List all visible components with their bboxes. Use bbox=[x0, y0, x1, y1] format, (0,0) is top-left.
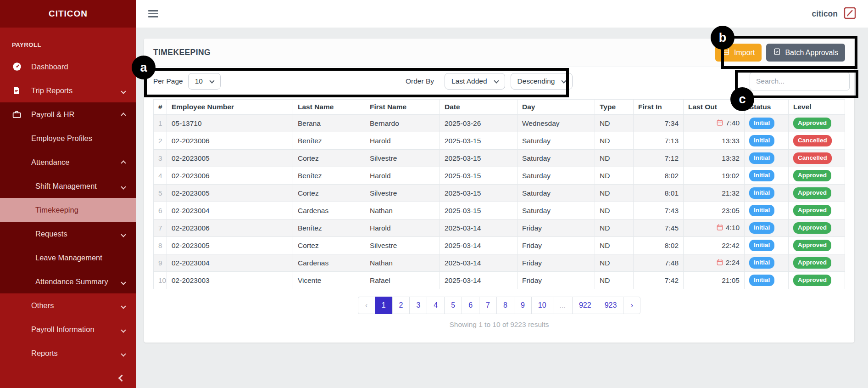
cell-last-name: Benítez bbox=[293, 219, 365, 237]
search-input[interactable] bbox=[750, 72, 850, 90]
sidebar-item-dashboard[interactable]: Dashboard bbox=[0, 55, 136, 79]
cell-date: 2025-03-26 bbox=[440, 115, 517, 132]
pagination-page-7[interactable]: 7 bbox=[479, 297, 497, 314]
pagination-page-8[interactable]: 8 bbox=[496, 297, 514, 314]
main-area: citicon TIMEKEEPING Import Batch Approv bbox=[136, 0, 868, 388]
sidebar-item-payroll-information[interactable]: Payroll Information bbox=[0, 317, 136, 341]
chevron-down-icon bbox=[122, 230, 125, 238]
cell-first-name: Bernardo bbox=[365, 115, 440, 132]
chevron-down-icon bbox=[122, 277, 125, 286]
order-field-select[interactable]: Last Added bbox=[445, 73, 505, 90]
cell-status: Initial bbox=[745, 219, 789, 237]
sidebar-item-others[interactable]: Others bbox=[0, 293, 136, 317]
cell-status: Initial bbox=[745, 202, 789, 219]
cell-last-out: 4:10 bbox=[684, 219, 745, 237]
sidebar-item-label: Others bbox=[31, 301, 54, 310]
cell-status: Initial bbox=[745, 254, 789, 272]
cell-date: 2025-03-14 bbox=[440, 219, 517, 237]
pagination-next-button[interactable]: › bbox=[623, 297, 640, 314]
annotation-circle-a: a bbox=[132, 56, 156, 79]
pagination-page-4[interactable]: 4 bbox=[427, 297, 445, 314]
level-badge: Cancelled bbox=[793, 135, 832, 146]
cell-first-name: Nathan bbox=[365, 202, 440, 219]
calendar-icon bbox=[716, 259, 723, 268]
sidebar-item-timekeeping[interactable]: Timekeeping bbox=[0, 198, 136, 222]
order-by-label: Order By bbox=[406, 77, 434, 85]
pagination-previous-button[interactable]: ‹ bbox=[358, 297, 375, 314]
cell-row-number: 3 bbox=[154, 150, 167, 167]
column-header-first-in: First In bbox=[634, 100, 684, 115]
cell-first-name: Harold bbox=[365, 132, 440, 150]
page-title: TIMEKEEPING bbox=[153, 48, 211, 57]
sidebar-collapse-button[interactable] bbox=[119, 374, 124, 382]
sidebar-item-label: Reports bbox=[31, 349, 58, 358]
sidebar-item-reports[interactable]: Reports bbox=[0, 341, 136, 365]
cell-type: ND bbox=[595, 237, 634, 254]
sidebar-item-shift-management[interactable]: Shift Management bbox=[0, 174, 136, 198]
pagination-page-2[interactable]: 2 bbox=[392, 297, 410, 314]
cell-row-number: 7 bbox=[154, 219, 167, 237]
status-badge: Initial bbox=[749, 187, 774, 199]
cell-last-out: 23:05 bbox=[684, 202, 745, 219]
level-badge: Approved bbox=[793, 205, 831, 216]
compose-edit-icon[interactable] bbox=[844, 7, 856, 21]
cell-last-out: 21:05 bbox=[684, 272, 745, 289]
sidebar-item-leave-management[interactable]: Leave Management bbox=[0, 246, 136, 270]
header-buttons: Import Batch Approvals bbox=[715, 44, 845, 62]
cell-employee-number: 02-2023006 bbox=[167, 132, 293, 150]
table-row[interactable]: 402-2023006BenítezHarold2025-03-15Saturd… bbox=[154, 167, 845, 185]
pagination-page-3[interactable]: 3 bbox=[409, 297, 427, 314]
table-row[interactable]: 302-2023005CortezSilvestre2025-03-15Satu… bbox=[154, 150, 845, 167]
sidebar-item-payroll-hr[interactable]: Payroll & HR bbox=[0, 102, 136, 126]
pagination-page-9[interactable]: 9 bbox=[514, 297, 532, 314]
table-row[interactable]: 202-2023006BenítezHarold2025-03-15Saturd… bbox=[154, 132, 845, 150]
column-header-type: Type bbox=[595, 100, 634, 115]
cell-type: ND bbox=[595, 272, 634, 289]
batch-approvals-button[interactable]: Batch Approvals bbox=[766, 44, 845, 62]
column-header-last-name: Last Name bbox=[293, 100, 365, 115]
pagination-page-10[interactable]: 10 bbox=[531, 297, 553, 314]
chevron-down-icon bbox=[122, 349, 125, 358]
cell-employee-number: 02-2023006 bbox=[167, 219, 293, 237]
table-row[interactable]: 602-2023004CardenasNathan2025-03-15Satur… bbox=[154, 202, 845, 219]
cell-status: Initial bbox=[745, 272, 789, 289]
topbar: citicon bbox=[136, 0, 868, 28]
cell-type: ND bbox=[595, 219, 634, 237]
sidebar-item-attendance[interactable]: Attendance bbox=[0, 150, 136, 174]
table-row[interactable]: 702-2023006BenítezHarold2025-03-14Friday… bbox=[154, 219, 845, 237]
cell-first-in: 7:45 bbox=[634, 219, 684, 237]
cell-last-out: 19:02 bbox=[684, 167, 745, 185]
table-row[interactable]: 1002-2023003VicenteRafael2025-03-14Frida… bbox=[154, 272, 845, 289]
cell-date: 2025-03-15 bbox=[440, 132, 517, 150]
order-direction-select[interactable]: Descending bbox=[511, 73, 573, 90]
cell-first-in: 7:48 bbox=[634, 254, 684, 272]
pagination-page-923[interactable]: 923 bbox=[598, 297, 624, 314]
pagination-page-6[interactable]: 6 bbox=[462, 297, 479, 314]
column-header-: # bbox=[154, 100, 167, 115]
cell-day: Friday bbox=[517, 272, 595, 289]
batch-approvals-button-label: Batch Approvals bbox=[785, 49, 838, 57]
sidebar-item-trip-reports[interactable]: Trip Reports bbox=[0, 79, 136, 102]
pagination-page-5[interactable]: 5 bbox=[444, 297, 462, 314]
menu-toggle-icon[interactable] bbox=[148, 8, 158, 19]
pagination-page-1[interactable]: 1 bbox=[375, 297, 393, 314]
per-page-select[interactable]: 10 bbox=[188, 73, 221, 90]
sidebar-item-employee-profiles[interactable]: Employee Profiles bbox=[0, 126, 136, 150]
status-badge: Initial bbox=[749, 170, 774, 181]
cell-row-number: 2 bbox=[154, 132, 167, 150]
sidebar-item-attendance-summary[interactable]: Attendance Summary bbox=[0, 270, 136, 293]
table-row[interactable]: 105-13710BeranaBernardo2025-03-26Wednesd… bbox=[154, 115, 845, 132]
sidebar-item-requests[interactable]: Requests bbox=[0, 222, 136, 246]
cell-date: 2025-03-14 bbox=[440, 272, 517, 289]
cell-first-name: Silvestre bbox=[365, 150, 440, 167]
cell-day: Saturday bbox=[517, 185, 595, 202]
table-row[interactable]: 802-2023005CortezSilvestre2025-03-14Frid… bbox=[154, 237, 845, 254]
pagination-page-922[interactable]: 922 bbox=[572, 297, 598, 314]
table-row[interactable]: 902-2023004CardenasNathan2025-03-14Frida… bbox=[154, 254, 845, 272]
per-page-label: Per Page bbox=[153, 77, 183, 85]
table-row[interactable]: 502-2023005CortezSilvestre2025-03-15Satu… bbox=[154, 185, 845, 202]
cell-date: 2025-03-15 bbox=[440, 167, 517, 185]
cell-status: Initial bbox=[745, 132, 789, 150]
cell-level: Approved bbox=[789, 167, 845, 185]
cell-day: Saturday bbox=[517, 167, 595, 185]
